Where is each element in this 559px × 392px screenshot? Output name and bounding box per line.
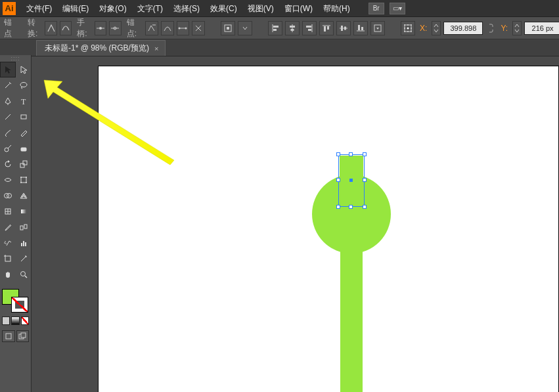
svg-rect-41 bbox=[21, 115, 26, 119]
reference-point-button[interactable] bbox=[401, 21, 415, 35]
menu-help[interactable]: 帮助(H) bbox=[318, 0, 355, 17]
align-top-button[interactable] bbox=[319, 21, 334, 35]
bridge-icon[interactable]: Br bbox=[369, 3, 384, 14]
gradient-tool[interactable] bbox=[16, 204, 32, 219]
zoom-tool[interactable] bbox=[16, 267, 32, 282]
mesh-tool[interactable] bbox=[0, 204, 16, 219]
x-stepper[interactable] bbox=[432, 21, 441, 35]
svg-point-6 bbox=[185, 27, 187, 29]
type-tool[interactable]: T bbox=[16, 93, 32, 109]
y-label: Y: bbox=[501, 24, 508, 33]
align-right-button[interactable] bbox=[302, 21, 317, 35]
artboard-tool[interactable] bbox=[0, 251, 16, 267]
stroke-swatch[interactable] bbox=[11, 297, 28, 313]
svg-rect-70 bbox=[6, 334, 11, 339]
svg-line-40 bbox=[5, 114, 11, 120]
svg-rect-56 bbox=[21, 209, 26, 213]
isolate-dropdown[interactable] bbox=[238, 21, 252, 35]
fill-stroke-swatches[interactable] bbox=[0, 288, 32, 314]
artboard[interactable] bbox=[99, 66, 558, 392]
link-xy-icon[interactable] bbox=[485, 22, 496, 35]
menu-type[interactable]: 文字(T) bbox=[132, 0, 168, 17]
anchor-add-button[interactable] bbox=[161, 21, 174, 35]
menu-file[interactable]: 文件(F) bbox=[21, 0, 57, 17]
close-icon[interactable]: × bbox=[154, 45, 158, 53]
document-tab[interactable]: 未标题-1* @ 98% (RGB/预览) × bbox=[36, 40, 166, 56]
svg-rect-44 bbox=[20, 163, 24, 167]
magic-wand-tool[interactable] bbox=[0, 77, 16, 93]
svg-point-61 bbox=[4, 242, 5, 244]
symbol-sprayer-tool[interactable] bbox=[0, 235, 16, 251]
menu-object[interactable]: 对象(O) bbox=[94, 0, 131, 17]
pencil-tool[interactable] bbox=[16, 125, 32, 141]
menu-window[interactable]: 窗口(W) bbox=[279, 0, 318, 17]
width-tool[interactable] bbox=[0, 172, 16, 188]
convert-label: 转换: bbox=[28, 17, 42, 39]
svg-point-5 bbox=[179, 27, 181, 29]
perspective-grid-tool[interactable] bbox=[16, 188, 32, 204]
align-left-button[interactable] bbox=[268, 21, 282, 35]
menu-effect[interactable]: 效果(C) bbox=[205, 0, 242, 17]
align-hcenter-button[interactable] bbox=[285, 21, 300, 35]
handle-group: 手柄: bbox=[77, 17, 121, 39]
svg-rect-20 bbox=[327, 26, 329, 30]
menu-view[interactable]: 视图(V) bbox=[242, 0, 279, 17]
draw-behind-button[interactable] bbox=[16, 330, 30, 342]
convert-smooth-button[interactable] bbox=[60, 21, 72, 35]
color-none-button[interactable] bbox=[21, 316, 29, 325]
document-tab-bar: 未标题-1* @ 98% (RGB/预览) × bbox=[0, 39, 559, 56]
anchor-cut-button[interactable] bbox=[192, 21, 205, 35]
svg-point-33 bbox=[407, 27, 409, 29]
draw-normal-button[interactable] bbox=[2, 330, 15, 342]
svg-point-37 bbox=[411, 31, 412, 32]
shape-builder-tool[interactable] bbox=[0, 188, 16, 204]
lasso-tool[interactable] bbox=[16, 77, 32, 93]
pen-tool[interactable] bbox=[0, 93, 16, 109]
hand-tool[interactable] bbox=[0, 267, 16, 282]
panel-grip-icon[interactable]: :::: bbox=[0, 55, 31, 62]
menu-right-group: Br ▭ ▾ bbox=[369, 3, 405, 14]
blob-brush-tool[interactable] bbox=[0, 141, 16, 156]
isolate-button[interactable] bbox=[221, 21, 235, 35]
x-input[interactable]: 399.898 bbox=[443, 22, 483, 35]
paintbrush-tool[interactable] bbox=[0, 125, 16, 141]
rectangle-tool[interactable] bbox=[16, 109, 32, 125]
toolbox: :::: T bbox=[0, 55, 32, 392]
eraser-tool[interactable] bbox=[16, 141, 32, 156]
handle-hide-button[interactable] bbox=[109, 21, 121, 35]
anchor-remove-button[interactable] bbox=[145, 21, 158, 35]
color-solid-button[interactable] bbox=[2, 316, 10, 325]
slice-tool[interactable] bbox=[16, 251, 32, 267]
handle-show-button[interactable] bbox=[95, 21, 106, 35]
color-gradient-button[interactable] bbox=[11, 316, 19, 325]
free-transform-tool[interactable] bbox=[16, 172, 32, 188]
menu-select[interactable]: 选择(S) bbox=[168, 0, 205, 17]
handle-label: 手柄: bbox=[77, 17, 91, 39]
selection-tool[interactable] bbox=[0, 62, 16, 77]
eyedropper-tool[interactable] bbox=[0, 219, 16, 235]
align-group bbox=[268, 21, 385, 35]
artwork-rectangle-stem[interactable] bbox=[340, 244, 363, 392]
align-vcenter-button[interactable] bbox=[336, 21, 351, 35]
convert-corner-button[interactable] bbox=[45, 21, 56, 35]
svg-point-38 bbox=[20, 83, 27, 87]
svg-rect-45 bbox=[23, 161, 27, 165]
y-input[interactable]: 216 px bbox=[524, 22, 559, 35]
scale-tool[interactable] bbox=[16, 156, 32, 172]
svg-rect-23 bbox=[344, 26, 346, 30]
anchor-connect-button[interactable] bbox=[177, 21, 190, 35]
artwork-rectangle-selected[interactable] bbox=[340, 156, 363, 206]
screen-mode-row bbox=[0, 330, 31, 342]
arrange-docs-icon[interactable]: ▭ ▾ bbox=[390, 3, 405, 14]
direct-selection-tool[interactable] bbox=[16, 62, 32, 77]
align-to-dropdown[interactable] bbox=[370, 21, 385, 35]
y-stepper[interactable] bbox=[512, 21, 522, 35]
column-graph-tool[interactable] bbox=[16, 235, 32, 251]
line-tool[interactable] bbox=[0, 109, 16, 125]
work-area[interactable] bbox=[36, 56, 559, 392]
menu-edit[interactable]: 编辑(E) bbox=[57, 0, 94, 17]
svg-rect-72 bbox=[21, 333, 26, 338]
blend-tool[interactable] bbox=[16, 219, 32, 235]
align-bottom-button[interactable] bbox=[353, 21, 368, 35]
rotate-tool[interactable] bbox=[0, 156, 16, 172]
